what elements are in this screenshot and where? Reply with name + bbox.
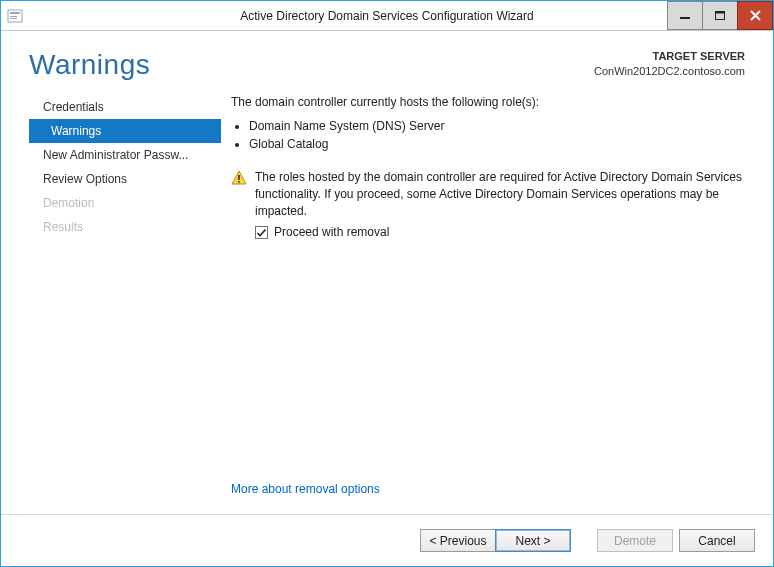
minimize-button[interactable]	[667, 1, 703, 30]
target-server-name: ConWin2012DC2.contoso.com	[594, 64, 745, 79]
window-controls	[668, 1, 773, 30]
proceed-checkbox[interactable]	[255, 226, 268, 239]
spacer	[571, 529, 591, 552]
svg-rect-10	[238, 175, 240, 180]
wizard-window: Active Directory Domain Services Configu…	[0, 0, 774, 567]
content-area: Credentials Warnings New Administrator P…	[29, 91, 745, 514]
header-row: Warnings TARGET SERVER ConWin2012DC2.con…	[29, 31, 745, 91]
proceed-checkbox-label: Proceed with removal	[274, 225, 389, 239]
page-title: Warnings	[29, 49, 150, 81]
sidebar-item-warnings[interactable]: Warnings	[29, 119, 221, 143]
sidebar-item-results: Results	[29, 215, 221, 239]
previous-button[interactable]: < Previous	[420, 529, 496, 552]
sidebar-item-review-options[interactable]: Review Options	[29, 167, 221, 191]
sidebar-item-credentials[interactable]: Credentials	[29, 95, 221, 119]
target-server-block: TARGET SERVER ConWin2012DC2.contoso.com	[594, 49, 745, 80]
sidebar: Credentials Warnings New Administrator P…	[29, 91, 221, 514]
svg-rect-11	[238, 181, 240, 183]
cancel-button[interactable]: Cancel	[679, 529, 755, 552]
svg-rect-2	[10, 16, 17, 17]
titlebar: Active Directory Domain Services Configu…	[1, 1, 773, 31]
window-title: Active Directory Domain Services Configu…	[1, 9, 773, 23]
sidebar-item-new-admin-password[interactable]: New Administrator Passw...	[29, 143, 221, 167]
maximize-button[interactable]	[702, 1, 738, 30]
roles-list: Domain Name System (DNS) Server Global C…	[231, 117, 745, 153]
target-server-label: TARGET SERVER	[594, 49, 745, 64]
more-about-removal-link[interactable]: More about removal options	[231, 482, 745, 514]
svg-rect-3	[10, 18, 17, 19]
warning-text: The roles hosted by the domain controlle…	[255, 169, 745, 219]
intro-text: The domain controller currently hosts th…	[231, 95, 745, 109]
warning-icon	[231, 170, 247, 189]
svg-rect-1	[10, 12, 20, 14]
demote-button: Demote	[597, 529, 673, 552]
role-item: Global Catalog	[249, 135, 745, 153]
role-item: Domain Name System (DNS) Server	[249, 117, 745, 135]
app-icon	[1, 1, 29, 30]
warning-row: The roles hosted by the domain controlle…	[231, 169, 745, 219]
proceed-checkbox-row[interactable]: Proceed with removal	[255, 225, 745, 239]
close-button[interactable]	[737, 1, 773, 30]
main-panel: The domain controller currently hosts th…	[231, 91, 745, 514]
next-button[interactable]: Next >	[495, 529, 571, 552]
wizard-body: Warnings TARGET SERVER ConWin2012DC2.con…	[1, 31, 773, 514]
footer: < Previous Next > Demote Cancel	[1, 514, 773, 566]
sidebar-item-demotion: Demotion	[29, 191, 221, 215]
